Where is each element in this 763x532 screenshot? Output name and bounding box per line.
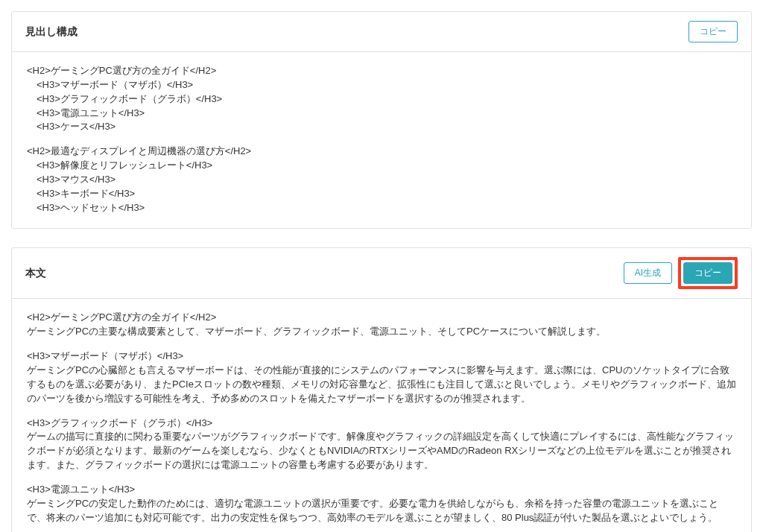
body-line: ゲーミングPCの主要な構成要素として、マザーボード、グラフィックボード、電源ユニ…	[27, 325, 736, 339]
headings-line: <H3>電源ユニット</H3>	[27, 107, 736, 121]
body-panel-header: 本文 AI生成 コピー	[12, 248, 751, 299]
headings-copy-button[interactable]: コピー	[688, 21, 738, 42]
body-block: <H3>電源ユニット</H3>ゲーミングPCの安定した動作のためには、適切な電源…	[27, 483, 736, 525]
headings-line: <H3>解像度とリフレッシュレート</H3>	[27, 159, 736, 173]
body-panel-body: <H2>ゲーミングPC選び方の全ガイド</H2>ゲーミングPCの主要な構成要素と…	[12, 299, 751, 532]
body-line: ゲームの描写に直接的に関わる重要なパーツがグラフィックボードです。解像度やグラフ…	[27, 430, 736, 472]
headings-line: <H3>マウス</H3>	[27, 173, 736, 187]
body-copy-highlight: コピー	[678, 257, 738, 289]
body-panel-buttons: AI生成 コピー	[624, 257, 738, 289]
body-line: ゲーミングPCの心臓部とも言えるマザーボードは、その性能が直接的にシステムのパフ…	[27, 364, 736, 406]
body-copy-button[interactable]: コピー	[683, 262, 732, 284]
headings-panel-title: 見出し構成	[25, 25, 77, 39]
headings-line: <H2>ゲーミングPC選び方の全ガイド</H2>	[27, 64, 736, 78]
body-ai-generate-button[interactable]: AI生成	[624, 262, 672, 284]
headings-panel: 見出し構成 コピー <H2>ゲーミングPC選び方の全ガイド</H2><H3>マザ…	[11, 11, 752, 229]
headings-panel-body: <H2>ゲーミングPC選び方の全ガイド</H2><H3>マザーボード（マザボ）<…	[12, 52, 751, 228]
body-block: <H3>グラフィックボード（グラボ）</H3>ゲームの描写に直接的に関わる重要な…	[27, 417, 736, 472]
headings-line: <H3>キーボード</H3>	[27, 187, 736, 201]
body-panel-title: 本文	[25, 267, 46, 280]
headings-block: <H2>最適なディスプレイと周辺機器の選び方</H2><H3>解像度とリフレッシ…	[27, 145, 736, 215]
headings-panel-buttons: コピー	[688, 21, 738, 42]
body-block: <H3>マザーボード（マザボ）</H3>ゲーミングPCの心臓部とも言えるマザーボ…	[27, 349, 736, 405]
body-panel: 本文 AI生成 コピー <H2>ゲーミングPC選び方の全ガイド</H2>ゲーミン…	[11, 247, 752, 532]
body-line: <H3>マザーボード（マザボ）</H3>	[27, 349, 736, 364]
body-line: <H3>グラフィックボード（グラボ）</H3>	[27, 417, 736, 431]
body-line: ゲーミングPCの安定した動作のためには、適切な電源ユニットの選択が重要です。必要…	[27, 497, 736, 525]
headings-line: <H3>マザーボード（マザボ）</H3>	[27, 78, 736, 92]
body-line: <H3>電源ユニット</H3>	[27, 483, 736, 497]
headings-block: <H2>ゲーミングPC選び方の全ガイド</H2><H3>マザーボード（マザボ）<…	[27, 64, 736, 134]
headings-line: <H3>ヘッドセット</H3>	[27, 201, 736, 215]
body-block: <H2>ゲーミングPC選び方の全ガイド</H2>ゲーミングPCの主要な構成要素と…	[27, 311, 736, 339]
headings-line: <H3>グラフィックボード（グラボ）</H3>	[27, 92, 736, 107]
body-line: <H2>ゲーミングPC選び方の全ガイド</H2>	[27, 311, 736, 325]
headings-line: <H3>ケース</H3>	[27, 120, 736, 134]
headings-panel-header: 見出し構成 コピー	[12, 12, 751, 52]
headings-line: <H2>最適なディスプレイと周辺機器の選び方</H2>	[27, 145, 736, 159]
